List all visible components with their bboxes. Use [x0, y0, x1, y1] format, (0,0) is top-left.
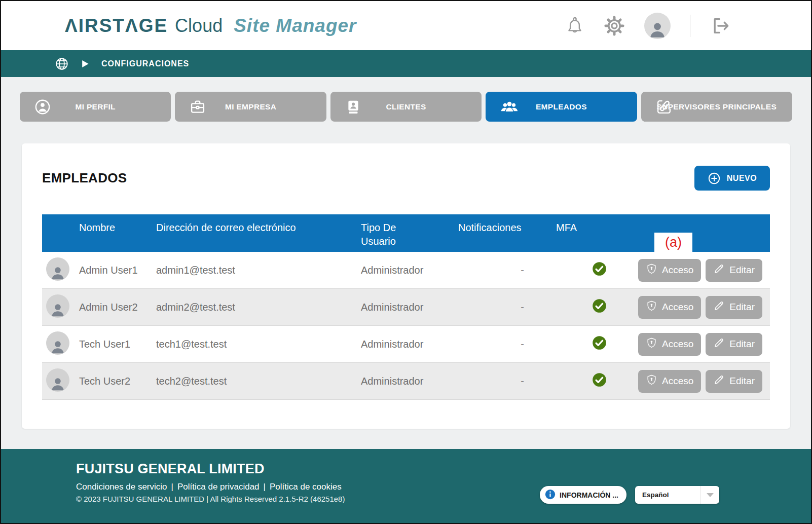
settings-tabs: MI PERFIL MI EMPRESA CLIENTES — [20, 92, 792, 122]
pencil-icon — [713, 263, 725, 277]
app-footer: FUJITSU GENERAL LIMITED Condiciones de s… — [1, 449, 811, 523]
panel-header: EMPLEADOS NUEVO — [42, 143, 770, 191]
footer-company-name: FUJITSU GENERAL LIMITED — [76, 461, 811, 477]
tab-label: CLIENTES — [386, 102, 426, 111]
edit-button[interactable]: Editar — [706, 370, 762, 393]
settings-gear-icon[interactable] — [604, 15, 625, 36]
row-avatar-icon — [46, 331, 69, 355]
cell-name: Admin User2 — [79, 302, 156, 313]
table-row: Tech User1 tech1@test.test Administrador… — [42, 326, 770, 363]
row-avatar-icon — [46, 294, 69, 318]
briefcase-icon — [189, 98, 206, 116]
column-header-mfa: MFA — [556, 214, 628, 235]
edit-button-label: Editar — [729, 302, 755, 313]
notifications-bell-icon[interactable] — [565, 16, 584, 36]
header-divider — [690, 15, 690, 37]
row-avatar-icon — [46, 257, 69, 281]
header-avatar-spacer — [42, 214, 79, 221]
info-circle-icon — [545, 489, 556, 501]
brand-product: Site Manager — [234, 15, 356, 36]
information-button-label: INFORMACIÓN ... — [560, 491, 618, 499]
access-button[interactable]: Acceso — [638, 333, 701, 356]
brand-cloud: Cloud — [175, 15, 223, 36]
person-icon — [647, 19, 668, 39]
breadcrumb-bar: CONFIGURACIONES — [1, 50, 811, 77]
tab-mi-perfil[interactable]: MI PERFIL — [20, 92, 171, 122]
cell-notifications: - — [458, 376, 556, 387]
tab-empleados[interactable]: EMPLEADOS — [486, 92, 637, 122]
column-header-notificaciones: Notificaciones — [458, 214, 556, 235]
edit-button[interactable]: Editar — [706, 296, 762, 319]
table-row: Admin User1 admin1@test.test Administrad… — [42, 252, 770, 289]
cell-name: Admin User1 — [79, 265, 156, 276]
tab-supervisores-principales[interactable]: SUPERVISORES PRINCIPALES — [641, 92, 792, 122]
terms-link[interactable]: Condiciones de servicio — [76, 482, 167, 492]
shield-key-icon — [646, 337, 657, 351]
brand-airstage: ΛIRSTΛGE — [65, 15, 168, 36]
logout-icon[interactable] — [710, 16, 731, 36]
column-header-email: Dirección de correo electrónico — [156, 214, 361, 235]
pencil-icon — [713, 374, 725, 388]
table-header: Nombre Dirección de correo electrónico T… — [42, 214, 770, 252]
table-row: Admin User2 admin2@test.test Administrad… — [42, 289, 770, 326]
access-button[interactable]: Acceso — [638, 296, 701, 319]
footer-links-separator: | — [264, 482, 266, 492]
row-avatar-icon — [46, 368, 69, 392]
cell-notifications: - — [458, 302, 556, 313]
edit-button-label: Editar — [729, 339, 755, 350]
mfa-check-icon — [592, 298, 607, 316]
cell-notifications: - — [458, 265, 556, 276]
edit-button[interactable]: Editar — [706, 333, 762, 356]
shield-key-icon — [646, 300, 657, 314]
tab-label: EMPLEADOS — [536, 102, 587, 111]
annotation-a-marker: (a) — [654, 233, 692, 252]
access-button[interactable]: Acceso — [638, 370, 701, 393]
cell-email: admin2@test.test — [156, 302, 361, 313]
new-button-label: NUEVO — [727, 174, 757, 183]
privacy-link[interactable]: Política de privacidad — [177, 482, 260, 492]
link-icon — [655, 98, 673, 116]
access-button-label: Acceso — [662, 265, 693, 276]
cell-user-type: Administrador — [361, 265, 458, 276]
mfa-check-icon — [592, 335, 607, 353]
edit-button-label: Editar — [729, 265, 755, 276]
app-header: ΛIRSTΛGE Cloud Site Manager — [1, 1, 811, 50]
edit-button-label: Editar — [729, 376, 755, 387]
plus-circle-icon — [708, 172, 721, 185]
brand-logo: ΛIRSTΛGE Cloud Site Manager — [65, 15, 356, 36]
access-button-label: Acceso — [662, 376, 693, 387]
chevron-down-icon[interactable] — [700, 486, 719, 504]
cell-user-type: Administrador — [361, 376, 458, 387]
information-button[interactable]: INFORMACIÓN ... — [540, 486, 626, 504]
cell-user-type: Administrador — [361, 339, 458, 350]
employees-panel: EMPLEADOS NUEVO Nombre Dirección de corr… — [22, 143, 790, 429]
new-button[interactable]: NUEVO — [694, 166, 770, 191]
tab-mi-empresa[interactable]: MI EMPRESA — [175, 92, 326, 122]
tab-label: SUPERVISORES PRINCIPALES — [657, 102, 777, 111]
language-selector[interactable]: Español — [635, 486, 719, 504]
user-avatar[interactable] — [644, 13, 671, 39]
edit-button[interactable]: Editar — [706, 259, 762, 282]
tab-clientes[interactable]: CLIENTES — [330, 92, 482, 122]
shield-key-icon — [646, 374, 657, 388]
cell-email: tech1@test.test — [156, 339, 361, 350]
shield-key-icon — [646, 263, 657, 277]
tab-label: MI EMPRESA — [225, 102, 276, 111]
access-button[interactable]: Acceso — [638, 259, 701, 282]
access-button-label: Acceso — [662, 302, 693, 313]
cell-name: Tech User1 — [79, 339, 156, 350]
footer-links-separator: | — [171, 482, 173, 492]
pencil-icon — [713, 337, 725, 351]
mfa-check-icon — [592, 372, 607, 390]
tab-label: MI PERFIL — [76, 102, 116, 111]
user-circle-icon — [34, 98, 51, 116]
table-row: Tech User2 tech2@test.test Administrador… — [42, 363, 770, 400]
breadcrumb: CONFIGURACIONES — [101, 59, 189, 68]
cookies-link[interactable]: Política de cookies — [270, 482, 342, 492]
header-actions — [565, 13, 731, 39]
globe-icon[interactable] — [55, 57, 69, 71]
cell-email: tech2@test.test — [156, 376, 361, 387]
cell-name: Tech User2 — [79, 376, 156, 387]
column-header-actions: (a) — [628, 214, 770, 221]
access-button-label: Acceso — [662, 339, 693, 350]
